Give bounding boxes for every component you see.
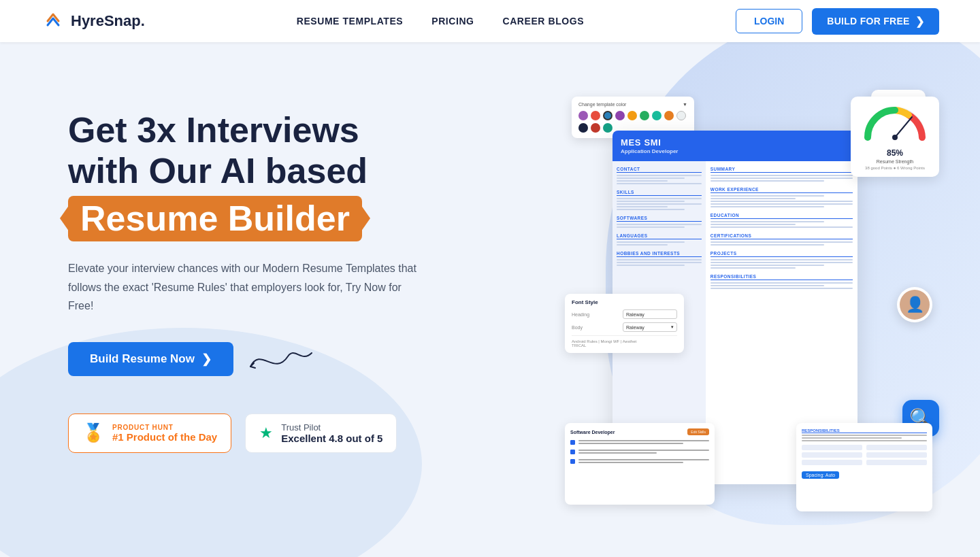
- color-dot-purple[interactable]: [578, 111, 588, 120]
- divider: [572, 335, 677, 336]
- projects-section-title: PROJECTS: [710, 251, 853, 257]
- certifications-section-title: CERTIFICATIONS: [710, 233, 853, 239]
- rt-box: [866, 452, 927, 458]
- color-dot-blue[interactable]: [603, 111, 612, 120]
- rline: [710, 180, 824, 182]
- rline: [578, 452, 657, 454]
- rline: [802, 440, 927, 441]
- rline: [710, 267, 796, 269]
- rline: [617, 259, 702, 260]
- color-dot-emerald[interactable]: [603, 123, 612, 133]
- rt-box: [802, 452, 862, 458]
- rline: [617, 175, 702, 176]
- rline: [710, 288, 853, 289]
- color-dot-red[interactable]: [591, 111, 600, 120]
- body-font-select[interactable]: Raleway ▾: [623, 322, 677, 332]
- rline: [710, 265, 824, 266]
- rline: [617, 206, 668, 207]
- product-hunt-badge: 🏅 PRODUCT HUNT #1 Product of the Day: [68, 413, 231, 453]
- skills-section-title: SKILLS: [617, 190, 702, 196]
- body-font-row: Body Raleway ▾: [572, 322, 677, 332]
- nav-links: RESUME TEMPLATES PRICING CAREER BLOGS: [297, 16, 584, 27]
- rs-text: [578, 439, 709, 445]
- rt-section-title: RESPONSIBILITIES: [802, 428, 927, 433]
- resume-role: Application Developer: [621, 148, 849, 154]
- trust-pilot-star-icon: ★: [259, 424, 273, 442]
- hero-section: Get 3x Interviews with Our AI based Resu…: [0, 42, 980, 557]
- color-dot-green[interactable]: [640, 111, 649, 120]
- rline: [617, 183, 702, 184]
- body-label: Body: [572, 325, 583, 330]
- product-hunt-title: #1 Product of the Day: [112, 431, 217, 443]
- nav-link-pricing[interactable]: PRICING: [431, 16, 474, 27]
- rline: [710, 221, 824, 222]
- rt-spacing-label: Spacing: Auto: [802, 471, 839, 479]
- color-dot-navy[interactable]: [578, 123, 588, 133]
- resume-scene: Change template color ▼: [558, 90, 939, 532]
- rline: [617, 224, 702, 225]
- hero-right: Change template color ▼: [449, 90, 939, 532]
- hero-left: Get 3x Interviews with Our AI based Resu…: [68, 90, 422, 453]
- logo-link[interactable]: HyreSnap.: [41, 9, 145, 33]
- secondary-resume-row: [570, 458, 709, 465]
- checkbox-checked: [570, 459, 575, 464]
- color-dot-amber[interactable]: [664, 111, 674, 120]
- languages-section-title: LANGUAGES: [617, 233, 702, 239]
- resume-strength-card: 85% Resume Strength 38 good Points ● 6 W…: [851, 97, 939, 177]
- build-free-button[interactable]: BUILD FOR FREE ❯: [812, 8, 939, 35]
- rline: [578, 440, 709, 441]
- rline: [710, 178, 853, 179]
- resume-name: MES SMI: [621, 137, 849, 148]
- hero-title-highlight: Resume Builder: [68, 196, 362, 242]
- badges-section: 🏅 PRODUCT HUNT #1 Product of the Day ★ T…: [68, 413, 422, 453]
- secondary-resume-title: Software Developer: [570, 430, 615, 435]
- rline: [710, 282, 853, 284]
- palette-dots: [578, 111, 687, 133]
- software-section-title: SOFTWARES: [617, 216, 702, 222]
- rt-box: [802, 445, 862, 450]
- secondary-resume-card: Software Developer Edit Skills: [565, 423, 715, 505]
- login-button[interactable]: LOGIN: [736, 9, 802, 33]
- rline: [710, 285, 824, 286]
- heading-font-row: Heading Raleway: [572, 309, 677, 319]
- rline: [710, 262, 853, 263]
- rline: [710, 203, 853, 205]
- heading-font-select[interactable]: Raleway: [623, 309, 677, 319]
- rline: [710, 241, 853, 243]
- nav-actions: LOGIN BUILD FOR FREE ❯: [736, 8, 939, 35]
- avatar-image: 👤: [900, 290, 930, 320]
- color-dot-orange[interactable]: [627, 111, 637, 120]
- resume-header: MES SMI Application Developer: [612, 131, 858, 161]
- cta-label: Build Resume Now: [90, 352, 195, 366]
- logo-text: HyreSnap.: [71, 12, 145, 30]
- color-dot-teal[interactable]: [652, 111, 662, 120]
- build-resume-button[interactable]: Build Resume Now ❯: [68, 342, 233, 376]
- product-hunt-label: PRODUCT HUNT: [112, 424, 217, 431]
- product-hunt-icon: 🏅: [82, 422, 104, 443]
- rline: [802, 437, 902, 439]
- font-style-title: Font Style: [572, 299, 677, 305]
- rline: [617, 265, 685, 266]
- contact-section-title: CONTACT: [617, 167, 702, 173]
- hero-title-line1: Get 3x Interviews: [68, 110, 422, 151]
- color-dot-crimson[interactable]: [591, 123, 600, 133]
- color-dot-violet[interactable]: [615, 111, 625, 120]
- rline: [710, 201, 853, 202]
- logo-icon: [41, 9, 65, 33]
- checkbox-checked: [570, 450, 575, 454]
- heading-label: Heading: [572, 312, 589, 317]
- responsibilities-section-title: RESPONSIBILITIES: [710, 274, 853, 280]
- rline: [710, 175, 853, 176]
- rline: [617, 198, 702, 199]
- font-detail-text: Android Rules | Mongt WF | AesthetTRICAL: [572, 339, 677, 348]
- color-dot-white[interactable]: [676, 111, 686, 120]
- rt-box: [802, 460, 862, 465]
- nav-link-resume-templates[interactable]: RESUME TEMPLATES: [297, 16, 404, 27]
- rline: [617, 180, 668, 182]
- rline: [710, 198, 796, 199]
- rline: [617, 241, 685, 243]
- rline: [710, 206, 824, 207]
- secondary-resume-row: [570, 439, 709, 445]
- hero-subtitle: Elevate your interview chances with our …: [68, 259, 422, 315]
- nav-link-career-blogs[interactable]: CAREER BLOGS: [503, 16, 585, 27]
